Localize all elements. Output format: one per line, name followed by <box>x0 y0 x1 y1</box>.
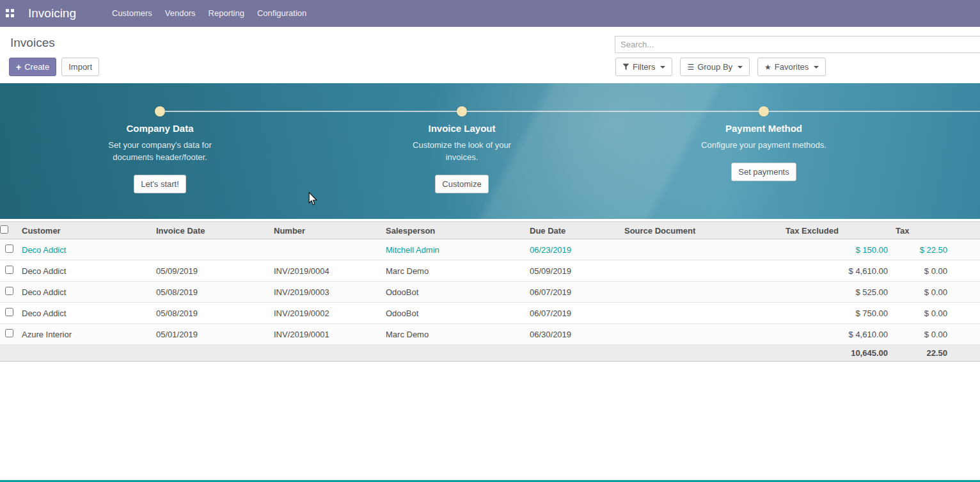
cell-invoice-date <box>152 239 270 261</box>
column-header-source-document[interactable]: Source Document <box>620 222 782 239</box>
menu-reporting[interactable]: Reporting <box>202 0 251 27</box>
column-header-tax[interactable]: Tax <box>892 222 980 239</box>
cell-salesperson: Marc Demo <box>382 324 526 345</box>
cell-salesperson: Mitchell Admin <box>382 239 526 261</box>
cell-tax-excluded: $ 525.00 <box>782 282 892 303</box>
cell-tax: $ 22.50 <box>892 239 980 261</box>
cell-customer: Deco Addict <box>18 239 152 261</box>
timeline-dot <box>759 106 769 116</box>
timeline-line <box>160 111 980 112</box>
select-all-checkbox[interactable] <box>0 225 8 234</box>
customize-button[interactable]: Customize <box>435 175 488 193</box>
step-title: Payment Method <box>623 123 905 134</box>
column-header-salesperson[interactable]: Salesperson <box>382 222 526 239</box>
step-description: Customize the look of your invoices. <box>396 139 528 163</box>
row-checkbox[interactable] <box>5 329 13 337</box>
cell-due-date: 05/09/2019 <box>526 261 620 282</box>
action-buttons: + Create Import <box>9 58 99 76</box>
timeline-dot <box>457 106 467 116</box>
row-checkbox[interactable] <box>5 287 13 295</box>
table-row[interactable]: Deco Addict Mitchell Admin 06/23/2019 $ … <box>0 239 980 261</box>
column-header-invoice-date[interactable]: Invoice Date <box>152 222 270 239</box>
top-navbar: Invoicing Customers Vendors Reporting Co… <box>0 0 980 27</box>
totals-row: 10,645.00 22.50 <box>0 345 980 362</box>
cell-source-document <box>620 282 782 303</box>
timeline-dot <box>155 106 165 116</box>
cell-source-document <box>620 303 782 324</box>
favorites-button[interactable]: ★ Favorites <box>757 58 826 76</box>
table-row[interactable]: Deco Addict 05/09/2019 INV/2019/0004 Mar… <box>0 261 980 282</box>
cell-customer: Deco Addict <box>18 303 152 324</box>
column-header-customer[interactable]: Customer <box>18 222 152 239</box>
cell-customer: Azure Interior <box>18 324 152 345</box>
create-button[interactable]: + Create <box>9 58 56 76</box>
menu-configuration[interactable]: Configuration <box>251 0 313 27</box>
cell-tax: $ 0.00 <box>892 324 980 345</box>
cell-due-date: 06/07/2019 <box>526 303 620 324</box>
main-menu: Customers Vendors Reporting Configuratio… <box>106 0 313 27</box>
step-description: Configure your payment methods. <box>698 139 830 151</box>
table-header-row: Customer Invoice Date Number Salesperson… <box>0 222 980 239</box>
cell-tax: $ 0.00 <box>892 261 980 282</box>
app-name[interactable]: Invoicing <box>28 6 76 20</box>
filter-funnel-icon <box>622 63 629 70</box>
caret-down-icon <box>814 66 819 68</box>
onboarding-step-payment-method: Payment Method Configure your payment me… <box>623 123 905 181</box>
onboarding-step-company-data: Company Data Set your company's data for… <box>19 123 301 193</box>
lets-start-button[interactable]: Let's start! <box>134 175 186 193</box>
cell-due-date: 06/07/2019 <box>526 282 620 303</box>
column-header-number[interactable]: Number <box>270 222 382 239</box>
step-title: Invoice Layout <box>321 123 603 134</box>
cell-number: INV/2019/0003 <box>270 282 382 303</box>
cell-customer: Deco Addict <box>18 261 152 282</box>
step-title: Company Data <box>19 123 301 134</box>
menu-vendors[interactable]: Vendors <box>159 0 202 27</box>
search-option-buttons: Filters ☰ Group By ★ Favorites <box>615 58 826 76</box>
plus-icon: + <box>16 63 21 72</box>
cell-salesperson: OdooBot <box>382 282 526 303</box>
cell-tax-excluded: $ 4,610.00 <box>782 324 892 345</box>
column-header-due-date[interactable]: Due Date <box>526 222 620 239</box>
row-checkbox[interactable] <box>5 245 13 253</box>
filters-button[interactable]: Filters <box>615 58 672 76</box>
cell-salesperson: Marc Demo <box>382 261 526 282</box>
table-row[interactable]: Azure Interior 05/01/2019 INV/2019/0001 … <box>0 324 980 345</box>
cell-invoice-date: 05/08/2019 <box>152 282 270 303</box>
onboarding-banner: Company Data Set your company's data for… <box>0 83 980 219</box>
set-payments-button[interactable]: Set payments <box>731 163 796 181</box>
cell-source-document <box>620 324 782 345</box>
step-description: Set your company's data for documents he… <box>94 139 226 163</box>
table-row[interactable]: Deco Addict 05/08/2019 INV/2019/0003 Odo… <box>0 282 980 303</box>
table-row[interactable]: Deco Addict 05/08/2019 INV/2019/0002 Odo… <box>0 303 980 324</box>
apps-grid-icon[interactable] <box>6 9 15 18</box>
caret-down-icon <box>660 66 665 68</box>
onboarding-step-invoice-layout: Invoice Layout Customize the look of you… <box>321 123 603 193</box>
row-checkbox[interactable] <box>5 266 13 274</box>
search-input[interactable] <box>615 36 980 53</box>
star-icon: ★ <box>764 63 771 71</box>
cell-invoice-date: 05/08/2019 <box>152 303 270 324</box>
page-title: Invoices <box>10 36 55 50</box>
row-checkbox[interactable] <box>5 308 13 316</box>
import-button[interactable]: Import <box>61 58 99 76</box>
cell-source-document <box>620 239 782 261</box>
cell-number: INV/2019/0001 <box>270 324 382 345</box>
caret-down-icon <box>738 66 743 68</box>
menu-customers[interactable]: Customers <box>106 0 159 27</box>
cell-source-document <box>620 261 782 282</box>
cell-tax-excluded: $ 4,610.00 <box>782 261 892 282</box>
cell-tax-excluded: $ 150.00 <box>782 239 892 261</box>
list-icon: ☰ <box>687 63 694 71</box>
cell-tax: $ 0.00 <box>892 282 980 303</box>
cell-number: INV/2019/0002 <box>270 303 382 324</box>
cell-number: INV/2019/0004 <box>270 261 382 282</box>
cell-customer: Deco Addict <box>18 282 152 303</box>
group-by-button[interactable]: ☰ Group By <box>680 58 750 76</box>
column-header-tax-excluded[interactable]: Tax Excluded <box>782 222 892 239</box>
invoice-list-table: Customer Invoice Date Number Salesperson… <box>0 221 980 362</box>
cell-due-date: 06/30/2019 <box>526 324 620 345</box>
cell-invoice-date: 05/09/2019 <box>152 261 270 282</box>
cell-due-date: 06/23/2019 <box>526 239 620 261</box>
cell-tax-excluded: $ 750.00 <box>782 303 892 324</box>
total-tax-excluded: 10,645.00 <box>782 345 892 362</box>
